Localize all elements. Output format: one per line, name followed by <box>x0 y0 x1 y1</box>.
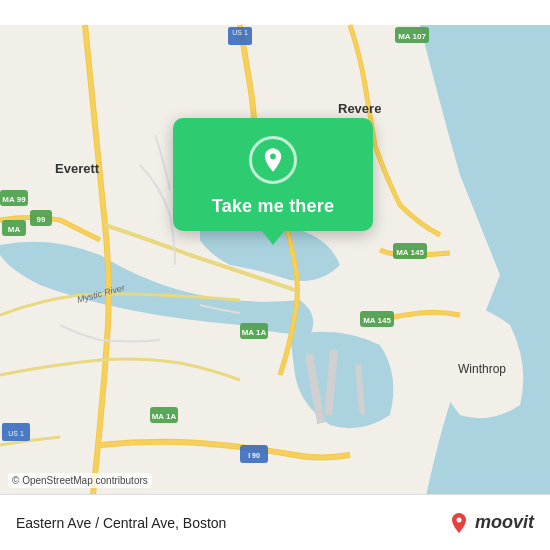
location-pin-icon <box>259 146 287 174</box>
svg-text:MA 107: MA 107 <box>398 32 426 41</box>
popup-label: Take me there <box>212 196 334 217</box>
svg-text:US 1: US 1 <box>8 430 24 437</box>
svg-text:MA 1A: MA 1A <box>242 328 267 337</box>
svg-text:I 90: I 90 <box>248 452 260 459</box>
popup-card[interactable]: Take me there <box>173 118 373 231</box>
svg-text:MA 1A: MA 1A <box>152 412 177 421</box>
popup-icon-circle <box>249 136 297 184</box>
svg-text:MA: MA <box>8 225 21 234</box>
map-container: Mystic River MA 99 US 1 MA 107 MA 1A MA … <box>0 0 550 550</box>
attribution-text: © OpenStreetMap contributors <box>12 475 148 486</box>
svg-point-30 <box>456 517 461 522</box>
svg-text:99: 99 <box>37 215 46 224</box>
map-background: Mystic River MA 99 US 1 MA 107 MA 1A MA … <box>0 0 550 550</box>
svg-text:MA 99: MA 99 <box>2 195 26 204</box>
svg-text:Everett: Everett <box>55 161 100 176</box>
moovit-logo-text: moovit <box>475 512 534 533</box>
bottom-bar: Eastern Ave / Central Ave, Boston moovit <box>0 494 550 550</box>
svg-text:MA 145: MA 145 <box>396 248 424 257</box>
moovit-logo: moovit <box>447 511 534 535</box>
svg-text:MA 145: MA 145 <box>363 316 391 325</box>
popup-tail <box>261 230 285 245</box>
location-text: Eastern Ave / Central Ave, Boston <box>16 515 226 531</box>
moovit-logo-icon <box>447 511 471 535</box>
osm-attribution: © OpenStreetMap contributors <box>8 473 152 488</box>
svg-text:Winthrop: Winthrop <box>458 362 506 376</box>
svg-text:US 1: US 1 <box>232 29 248 36</box>
svg-text:Revere: Revere <box>338 101 381 116</box>
